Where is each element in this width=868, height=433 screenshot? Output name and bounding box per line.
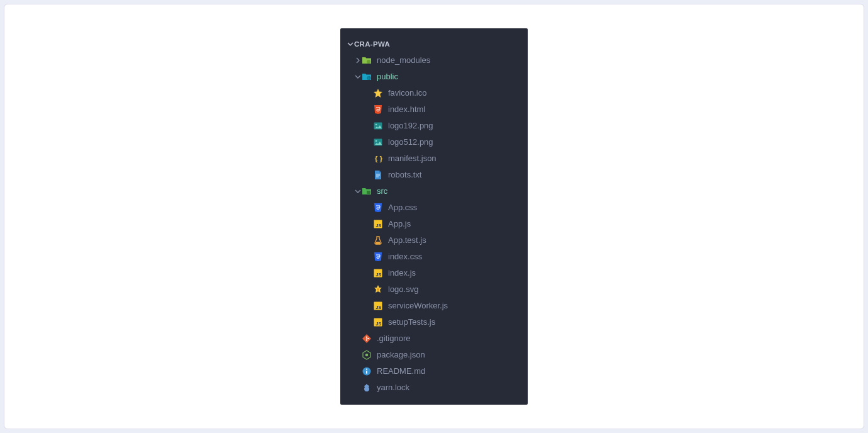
npm-icon <box>362 350 372 360</box>
chevron-down-icon <box>354 188 362 194</box>
chevron-down-icon <box>347 41 354 47</box>
folder-node-icon <box>362 55 372 65</box>
explorer-root-label: CRA-PWA <box>354 36 390 52</box>
tree-item-label: node_modules <box>377 52 430 69</box>
tree-item-label: App.js <box>388 216 411 232</box>
tree-item-label: serviceWorker.js <box>388 298 448 314</box>
readme-icon <box>362 366 372 376</box>
tree-file-setuptests-js[interactable]: setupTests.js <box>340 314 528 330</box>
file-tree: node_modulespublicfavicon.icoindex.htmll… <box>340 52 528 396</box>
tree-item-label: src <box>377 183 387 200</box>
yarn-icon <box>362 383 372 393</box>
git-icon <box>362 334 372 344</box>
tree-item-label: README.md <box>377 363 425 380</box>
folder-src-icon <box>362 186 372 196</box>
html-icon <box>373 104 383 115</box>
tree-item-label: .gitignore <box>377 330 410 347</box>
tree-item-label: setupTests.js <box>388 314 435 330</box>
js-icon <box>373 301 383 311</box>
tree-item-label: logo192.png <box>388 118 433 134</box>
tree-file-readme-md[interactable]: README.md <box>340 363 528 380</box>
tree-file-index-css[interactable]: index.css <box>340 249 528 265</box>
tree-file-app-js[interactable]: App.js <box>340 216 528 232</box>
tree-item-label: public <box>377 69 398 85</box>
tree-item-label: package.json <box>377 347 425 363</box>
tree-file-index-html[interactable]: index.html <box>340 101 528 118</box>
tree-item-label: logo.svg <box>388 281 418 298</box>
tree-file-app-test-js[interactable]: App.test.js <box>340 232 528 249</box>
tree-file-logo192-png[interactable]: logo192.png <box>340 118 528 134</box>
tree-folder-public[interactable]: public <box>340 69 528 85</box>
tree-file-logo512-png[interactable]: logo512.png <box>340 134 528 150</box>
tree-file-manifest-json[interactable]: manifest.json <box>340 150 528 167</box>
svg-icon <box>373 284 383 295</box>
content-card: CRA-PWA node_modulespublicfavicon.icoind… <box>4 4 864 429</box>
page-frame: CRA-PWA node_modulespublicfavicon.icoind… <box>0 0 868 433</box>
tree-item-label: logo512.png <box>388 134 433 150</box>
tree-item-label: favicon.ico <box>388 85 426 101</box>
tree-file-yarn-lock[interactable]: yarn.lock <box>340 380 528 396</box>
js-icon <box>373 219 383 229</box>
tree-item-label: index.css <box>388 249 422 265</box>
file-explorer: CRA-PWA node_modulespublicfavicon.icoind… <box>340 28 528 405</box>
tree-file-index-js[interactable]: index.js <box>340 265 528 281</box>
image-icon <box>373 121 383 131</box>
css-icon <box>373 252 383 262</box>
js-icon <box>373 317 383 327</box>
folder-public-icon <box>362 72 372 82</box>
tree-file-app-css[interactable]: App.css <box>340 200 528 216</box>
tree-item-label: manifest.json <box>388 150 437 167</box>
test-icon <box>373 235 383 245</box>
tree-item-label: App.test.js <box>388 232 426 249</box>
tree-file-logo-svg[interactable]: logo.svg <box>340 281 528 298</box>
favicon-icon <box>373 88 383 98</box>
chevron-down-icon <box>354 74 362 80</box>
image-icon <box>373 137 383 147</box>
tree-item-label: index.js <box>388 265 416 281</box>
chevron-right-icon <box>354 57 362 64</box>
tree-file--gitignore[interactable]: .gitignore <box>340 330 528 347</box>
tree-file-favicon-ico[interactable]: favicon.ico <box>340 85 528 101</box>
js-icon <box>373 268 383 278</box>
tree-file-robots-txt[interactable]: robots.txt <box>340 167 528 183</box>
explorer-root-row[interactable]: CRA-PWA <box>340 36 528 52</box>
tree-file-serviceworker-js[interactable]: serviceWorker.js <box>340 298 528 314</box>
tree-folder-src[interactable]: src <box>340 183 528 200</box>
css-icon <box>373 203 383 213</box>
tree-file-package-json[interactable]: package.json <box>340 347 528 363</box>
tree-item-label: robots.txt <box>388 167 421 183</box>
tree-item-label: yarn.lock <box>377 380 409 396</box>
tree-item-label: index.html <box>388 101 425 118</box>
tree-folder-node-modules[interactable]: node_modules <box>340 52 528 69</box>
txt-icon <box>373 170 383 180</box>
tree-item-label: App.css <box>388 200 417 216</box>
manifest-icon <box>373 154 383 164</box>
